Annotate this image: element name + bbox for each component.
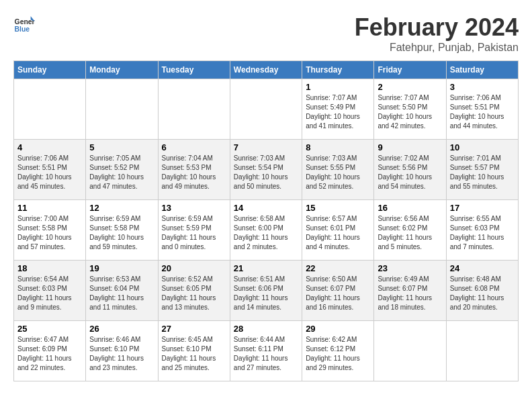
calendar-cell: 11Sunrise: 7:00 AMSunset: 5:58 PMDayligh… <box>14 200 86 261</box>
day-info: Sunrise: 7:07 AMSunset: 5:50 PMDaylight:… <box>378 93 442 131</box>
day-number: 4 <box>17 142 82 152</box>
day-number: 6 <box>162 142 226 152</box>
day-info: Sunrise: 6:48 AMSunset: 6:08 PMDaylight:… <box>450 275 515 312</box>
day-info: Sunrise: 6:55 AMSunset: 6:03 PMDaylight:… <box>450 214 515 252</box>
day-number: 12 <box>89 203 154 213</box>
calendar-week-row: 18Sunrise: 6:54 AMSunset: 6:03 PMDayligh… <box>14 261 519 321</box>
calendar-cell <box>446 321 518 381</box>
calendar-cell: 28Sunrise: 6:44 AMSunset: 6:11 PMDayligh… <box>230 321 302 381</box>
day-number: 11 <box>17 203 82 213</box>
day-info: Sunrise: 6:42 AMSunset: 6:12 PMDaylight:… <box>306 335 370 373</box>
calendar-cell: 18Sunrise: 6:54 AMSunset: 6:03 PMDayligh… <box>14 261 86 321</box>
calendar-cell: 13Sunrise: 6:59 AMSunset: 5:59 PMDayligh… <box>158 200 230 261</box>
calendar-cell: 21Sunrise: 6:51 AMSunset: 6:06 PMDayligh… <box>230 261 302 321</box>
day-number: 10 <box>450 142 515 152</box>
day-info: Sunrise: 7:04 AMSunset: 5:53 PMDaylight:… <box>162 154 226 191</box>
day-number: 28 <box>234 324 298 334</box>
calendar-cell: 7Sunrise: 7:03 AMSunset: 5:54 PMDaylight… <box>230 140 302 200</box>
calendar-cell: 3Sunrise: 7:06 AMSunset: 5:51 PMDaylight… <box>446 79 518 140</box>
calendar-cell: 25Sunrise: 6:47 AMSunset: 6:09 PMDayligh… <box>14 321 86 381</box>
calendar-cell: 4Sunrise: 7:06 AMSunset: 5:51 PMDaylight… <box>14 140 86 200</box>
day-info: Sunrise: 6:44 AMSunset: 6:11 PMDaylight:… <box>234 335 298 373</box>
calendar-header-row: SundayMondayTuesdayWednesdayThursdayFrid… <box>14 61 519 79</box>
calendar-cell: 26Sunrise: 6:46 AMSunset: 6:10 PMDayligh… <box>86 321 158 381</box>
day-number: 8 <box>306 142 370 152</box>
calendar-cell: 24Sunrise: 6:48 AMSunset: 6:08 PMDayligh… <box>446 261 518 321</box>
calendar-cell <box>374 321 446 381</box>
day-number: 29 <box>306 324 370 334</box>
day-number: 7 <box>234 142 298 152</box>
calendar-cell: 17Sunrise: 6:55 AMSunset: 6:03 PMDayligh… <box>446 200 518 261</box>
day-info: Sunrise: 7:03 AMSunset: 5:55 PMDaylight:… <box>306 154 370 191</box>
day-info: Sunrise: 6:59 AMSunset: 5:59 PMDaylight:… <box>162 214 226 252</box>
calendar-cell <box>86 79 158 140</box>
column-header-tuesday: Tuesday <box>158 61 230 79</box>
day-number: 15 <box>306 203 370 213</box>
day-number: 22 <box>306 263 370 273</box>
logo-icon: General Blue <box>13 13 35 35</box>
day-info: Sunrise: 6:49 AMSunset: 6:07 PMDaylight:… <box>378 275 442 312</box>
day-number: 3 <box>450 82 515 92</box>
calendar-cell: 22Sunrise: 6:50 AMSunset: 6:07 PMDayligh… <box>302 261 374 321</box>
calendar-cell: 6Sunrise: 7:04 AMSunset: 5:53 PMDaylight… <box>158 140 230 200</box>
day-info: Sunrise: 7:06 AMSunset: 5:51 PMDaylight:… <box>450 93 515 131</box>
calendar-cell: 1Sunrise: 7:07 AMSunset: 5:49 PMDaylight… <box>302 79 374 140</box>
calendar-cell: 27Sunrise: 6:45 AMSunset: 6:10 PMDayligh… <box>158 321 230 381</box>
calendar-cell <box>158 79 230 140</box>
day-info: Sunrise: 7:01 AMSunset: 5:57 PMDaylight:… <box>450 154 515 191</box>
column-header-friday: Friday <box>374 61 446 79</box>
day-info: Sunrise: 6:46 AMSunset: 6:10 PMDaylight:… <box>89 335 154 373</box>
calendar-cell: 29Sunrise: 6:42 AMSunset: 6:12 PMDayligh… <box>302 321 374 381</box>
day-number: 25 <box>17 324 82 334</box>
day-info: Sunrise: 6:51 AMSunset: 6:06 PMDaylight:… <box>234 275 298 312</box>
day-number: 1 <box>306 82 370 92</box>
day-info: Sunrise: 7:06 AMSunset: 5:51 PMDaylight:… <box>17 154 82 191</box>
day-number: 21 <box>234 263 298 273</box>
day-number: 27 <box>162 324 226 334</box>
calendar-week-row: 4Sunrise: 7:06 AMSunset: 5:51 PMDaylight… <box>14 140 519 200</box>
day-number: 26 <box>89 324 154 334</box>
day-number: 17 <box>450 203 515 213</box>
logo: General Blue <box>13 13 35 35</box>
day-number: 24 <box>450 263 515 273</box>
day-info: Sunrise: 7:03 AMSunset: 5:54 PMDaylight:… <box>234 154 298 191</box>
day-info: Sunrise: 6:52 AMSunset: 6:05 PMDaylight:… <box>162 275 226 312</box>
day-info: Sunrise: 6:59 AMSunset: 5:58 PMDaylight:… <box>89 214 154 252</box>
column-header-wednesday: Wednesday <box>230 61 302 79</box>
svg-text:Blue: Blue <box>15 26 30 33</box>
day-info: Sunrise: 6:56 AMSunset: 6:02 PMDaylight:… <box>378 214 442 252</box>
title-block: February 2024 Fatehpur, Punjab, Pakistan <box>355 13 519 54</box>
column-header-thursday: Thursday <box>302 61 374 79</box>
calendar-week-row: 11Sunrise: 7:00 AMSunset: 5:58 PMDayligh… <box>14 200 519 261</box>
column-header-saturday: Saturday <box>446 61 518 79</box>
day-info: Sunrise: 6:58 AMSunset: 6:00 PMDaylight:… <box>234 214 298 252</box>
day-number: 13 <box>162 203 226 213</box>
day-info: Sunrise: 7:07 AMSunset: 5:49 PMDaylight:… <box>306 93 370 131</box>
day-info: Sunrise: 6:47 AMSunset: 6:09 PMDaylight:… <box>17 335 82 373</box>
calendar-cell: 23Sunrise: 6:49 AMSunset: 6:07 PMDayligh… <box>374 261 446 321</box>
day-number: 16 <box>378 203 442 213</box>
calendar-cell <box>14 79 86 140</box>
calendar-week-row: 25Sunrise: 6:47 AMSunset: 6:09 PMDayligh… <box>14 321 519 381</box>
day-info: Sunrise: 6:50 AMSunset: 6:07 PMDaylight:… <box>306 275 370 312</box>
day-info: Sunrise: 7:02 AMSunset: 5:56 PMDaylight:… <box>378 154 442 191</box>
column-header-sunday: Sunday <box>14 61 86 79</box>
day-info: Sunrise: 6:57 AMSunset: 6:01 PMDaylight:… <box>306 214 370 252</box>
day-number: 2 <box>378 82 442 92</box>
day-number: 14 <box>234 203 298 213</box>
day-info: Sunrise: 7:05 AMSunset: 5:52 PMDaylight:… <box>89 154 154 191</box>
calendar-cell: 14Sunrise: 6:58 AMSunset: 6:00 PMDayligh… <box>230 200 302 261</box>
calendar-cell: 19Sunrise: 6:53 AMSunset: 6:04 PMDayligh… <box>86 261 158 321</box>
day-number: 18 <box>17 263 82 273</box>
day-number: 9 <box>378 142 442 152</box>
day-number: 19 <box>89 263 154 273</box>
calendar-cell: 9Sunrise: 7:02 AMSunset: 5:56 PMDaylight… <box>374 140 446 200</box>
location-title: Fatehpur, Punjab, Pakistan <box>355 42 519 54</box>
calendar-cell <box>230 79 302 140</box>
calendar-cell: 8Sunrise: 7:03 AMSunset: 5:55 PMDaylight… <box>302 140 374 200</box>
day-info: Sunrise: 6:54 AMSunset: 6:03 PMDaylight:… <box>17 275 82 312</box>
calendar-cell: 20Sunrise: 6:52 AMSunset: 6:05 PMDayligh… <box>158 261 230 321</box>
day-info: Sunrise: 7:00 AMSunset: 5:58 PMDaylight:… <box>17 214 82 252</box>
calendar-cell: 16Sunrise: 6:56 AMSunset: 6:02 PMDayligh… <box>374 200 446 261</box>
calendar-cell: 15Sunrise: 6:57 AMSunset: 6:01 PMDayligh… <box>302 200 374 261</box>
